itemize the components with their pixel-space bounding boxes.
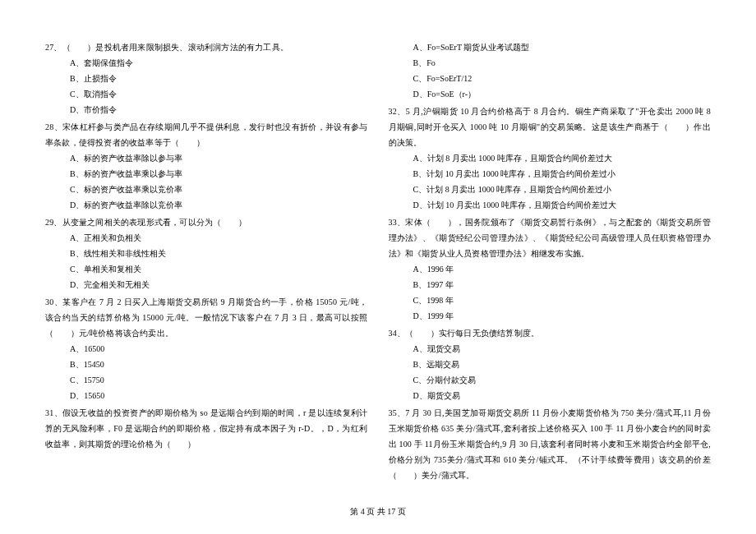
- question-30-text: 30、某客户在 7 月 2 日买入上海期货交易所铝 9 月期货合约一手，价格 1…: [45, 294, 368, 341]
- question-28: 28、宋体杠杆参与类产品在存续期间几乎不提供利息，发行时也没有折价，并设有参与率…: [45, 119, 368, 213]
- question-29-option-a: A、正相关和负相关: [45, 230, 368, 246]
- question-30-option-d: D、15650: [45, 388, 368, 403]
- left-column: 27、（ ）是投机者用来限制损失、滚动利润方法的有力工具。 A、套期保值指令 B…: [45, 39, 368, 485]
- question-34: 34、（ ）实行每日无负债结算制度。 A、现货交易 B、远期交易 C、分期付款交…: [389, 325, 712, 403]
- question-34-option-d: D、期货交易: [389, 388, 712, 403]
- question-28-option-b: B、标的资产收益率乘以参与率: [45, 166, 368, 182]
- question-33-text: 33、宋体（ ），国务院颁布了《期货交易暂行条例》，与之配套的《期货交易所管理办…: [389, 214, 712, 261]
- question-33-option-d: D、1999 年: [389, 308, 712, 324]
- question-30-option-c: C、15750: [45, 372, 368, 388]
- question-30-option-a: A、16500: [45, 341, 368, 357]
- question-27: 27、（ ）是投机者用来限制损失、滚动利润方法的有力工具。 A、套期保值指令 B…: [45, 39, 368, 117]
- question-31: 31、假设无收益的投资资产的即期价格为 so 是远期合约到期的时间，r 是以连续…: [45, 405, 368, 452]
- question-30: 30、某客户在 7 月 2 日买入上海期货交易所铝 9 月期货合约一手，价格 1…: [45, 294, 368, 403]
- question-35-text: 35、7 月 30 日,美国芝加哥期货交易所 11 月份小麦期货价格为 750 …: [389, 405, 712, 483]
- page-footer: 第 4 页 共 17 页: [0, 504, 756, 519]
- question-31-text: 31、假设无收益的投资资产的即期价格为 so 是远期合约到期的时间，r 是以连续…: [45, 405, 368, 452]
- question-31-options: A、Fo=SoErT 期货从业考试题型 B、Fo C、Fo=SoErT/12 D…: [389, 39, 712, 102]
- question-27-option-a: A、套期保值指令: [45, 55, 368, 71]
- question-32-option-d: D、计划 10 月卖出 1000 吨库存，且期货合约间价差过大: [389, 197, 712, 213]
- question-33-option-a: A、1996 年: [389, 261, 712, 277]
- question-33-option-b: B、1997 年: [389, 277, 712, 292]
- question-31-option-b: B、Fo: [389, 55, 712, 71]
- question-29-option-d: D、完全相关和无相关: [45, 277, 368, 292]
- question-32-option-a: A、计划 8 月卖出 1000 吨库存，且期货合约间价差过大: [389, 150, 712, 166]
- question-32-text: 32、5 月,沪铜期货 10 月合约价格高于 8 月合约。铜生产商采取了"开仓卖…: [389, 104, 712, 150]
- question-27-option-c: C、取消指令: [45, 86, 368, 102]
- page-content: 27、（ ）是投机者用来限制损失、滚动利润方法的有力工具。 A、套期保值指令 B…: [0, 0, 756, 501]
- question-33: 33、宋体（ ），国务院颁布了《期货交易暂行条例》，与之配套的《期货交易所管理办…: [389, 214, 712, 324]
- question-29: 29、从变量之间相关的表现形式看，可以分为（ ） A、正相关和负相关 B、线性相…: [45, 214, 368, 292]
- question-33-option-c: C、1998 年: [389, 292, 712, 308]
- question-27-option-b: B、止损指令: [45, 71, 368, 86]
- question-29-option-c: C、单相关和复相关: [45, 261, 368, 277]
- question-31-option-a: A、Fo=SoErT 期货从业考试题型: [389, 39, 712, 55]
- question-29-option-b: B、线性相关和非线性相关: [45, 246, 368, 261]
- question-35: 35、7 月 30 日,美国芝加哥期货交易所 11 月份小麦期货价格为 750 …: [389, 405, 712, 483]
- question-32-option-c: C、计划 8 月卖出 1000 吨库存，且期货合约间价差过小: [389, 182, 712, 197]
- question-28-option-a: A、标的资产收益率除以参与率: [45, 150, 368, 166]
- question-31-option-c: C、Fo=SoErT/12: [389, 71, 712, 86]
- question-34-option-a: A、现货交易: [389, 341, 712, 357]
- question-31-option-d: D、Fo=SoE（r-）: [389, 86, 712, 102]
- question-34-option-c: C、分期付款交易: [389, 372, 712, 388]
- question-34-text: 34、（ ）实行每日无负债结算制度。: [389, 325, 712, 341]
- question-28-text: 28、宋体杠杆参与类产品在存续期间几乎不提供利息，发行时也没有折价，并设有参与率…: [45, 119, 368, 150]
- question-28-option-d: D、标的资产收益率除以竞价率: [45, 197, 368, 213]
- question-32: 32、5 月,沪铜期货 10 月合约价格高于 8 月合约。铜生产商采取了"开仓卖…: [389, 104, 712, 213]
- question-32-option-b: B、计划 10 月卖出 1000 吨库存，且期货合约间价差过小: [389, 166, 712, 182]
- question-27-option-d: D、市价指令: [45, 102, 368, 117]
- question-29-text: 29、从变量之间相关的表现形式看，可以分为（ ）: [45, 214, 368, 230]
- right-column: A、Fo=SoErT 期货从业考试题型 B、Fo C、Fo=SoErT/12 D…: [389, 39, 712, 485]
- question-34-option-b: B、远期交易: [389, 357, 712, 372]
- question-27-text: 27、（ ）是投机者用来限制损失、滚动利润方法的有力工具。: [45, 39, 368, 55]
- question-30-option-b: B、15450: [45, 357, 368, 372]
- question-28-option-c: C、标的资产收益率乘以竞价率: [45, 182, 368, 197]
